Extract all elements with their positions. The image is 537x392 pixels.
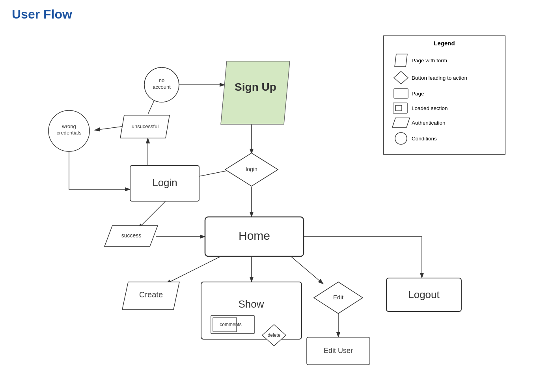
svg-text:Sign Up: Sign Up [235,81,276,93]
svg-line-18 [166,256,221,284]
svg-text:login: login [246,166,257,172]
svg-text:Edit User: Edit User [324,347,353,355]
svg-text:Login: Login [152,177,177,189]
svg-text:no: no [159,77,164,83]
svg-line-17 [95,126,124,130]
svg-text:Create: Create [139,290,163,299]
svg-text:delete: delete [268,332,281,338]
svg-text:Home: Home [239,229,270,242]
svg-text:Show: Show [238,298,264,310]
svg-text:unsucessful: unsucessful [132,123,159,129]
svg-text:Edit: Edit [333,294,344,301]
svg-line-13 [138,201,166,229]
svg-text:comments: comments [220,322,241,327]
flow-diagram: no account Sign Up login unsucessful Log… [0,24,537,390]
svg-text:account: account [153,84,171,90]
svg-text:credentials: credentials [57,130,82,136]
svg-text:success: success [121,232,142,239]
svg-text:wrong: wrong [62,123,76,129]
svg-text:Logout: Logout [408,289,440,301]
page-title: User Flow [12,7,72,22]
